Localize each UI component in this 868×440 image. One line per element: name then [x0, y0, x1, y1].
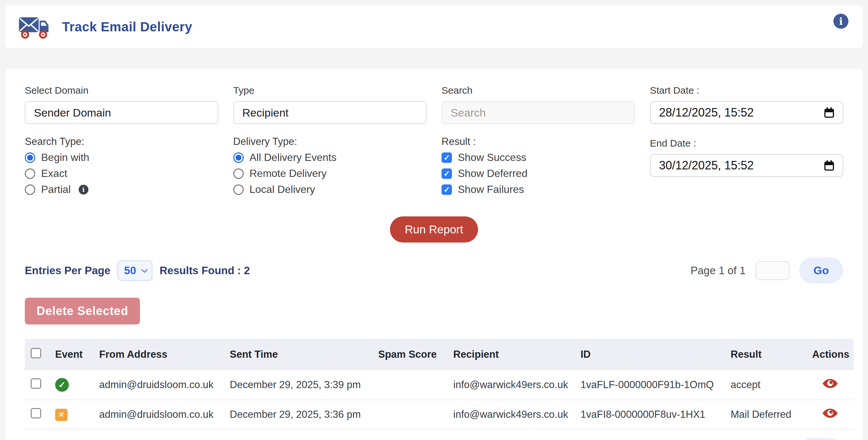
column-header-sent-time: Sent Time [224, 339, 372, 370]
table-header-row: Event From Address Sent Time Spam Score … [25, 339, 854, 370]
cell-id: 1vaFLF-0000000F91b-1OmQ [575, 370, 725, 400]
checkbox-option-show-failures[interactable]: Show Failures [441, 183, 635, 196]
x-square-icon [55, 409, 67, 421]
table-row: admin@druidsloom.co.uk December 29, 2025… [25, 370, 854, 400]
results-found-text: Results Found : 2 [160, 264, 250, 277]
cell-sent-time: December 29, 2025, 3:36 pm [224, 400, 372, 429]
run-report-row: Run Report [25, 216, 843, 242]
column-header-recipient: Recipient [447, 339, 575, 370]
go-button[interactable]: Go [799, 258, 843, 283]
page-title: Track Email Delivery [62, 20, 192, 34]
delete-selected-button[interactable]: Delete Selected [25, 298, 140, 324]
radio-icon [25, 169, 35, 179]
pagination-left: Entries Per Page 50 Results Found : 2 [25, 261, 250, 281]
cell-spam-score [372, 400, 447, 429]
radio-label: Begin with [41, 151, 89, 164]
calendar-icon [824, 108, 834, 118]
chevron-down-icon [141, 266, 148, 273]
checkbox-icon [441, 169, 452, 179]
page-info-text: Page 1 of 1 [690, 264, 746, 277]
mail-truck-icon [18, 13, 52, 40]
row-checkbox[interactable] [31, 378, 41, 389]
table-row: admin@druidsloom.co.uk December 29, 2025… [25, 400, 854, 429]
eye-icon [822, 378, 838, 389]
checkbox-label: Show Deferred [458, 168, 527, 179]
radio-option-local-delivery[interactable]: Local Delivery [233, 183, 427, 196]
cell-spam-score [372, 370, 447, 400]
radio-label: Partial [41, 183, 71, 196]
column-header-actions: Actions [806, 339, 854, 370]
report-panel: Select Domain Search Type: Begin with Ex… [5, 68, 863, 440]
info-icon-glyph: i [839, 16, 842, 27]
column-header-spam-score: Spam Score [372, 339, 447, 370]
end-date-value: 30/12/2025, 15:52 [659, 158, 754, 172]
checkbox-icon [441, 184, 452, 195]
column-header-id: ID [575, 339, 725, 370]
type-label: Type [233, 85, 427, 96]
delivery-type-label: Delivery Type: [233, 136, 427, 148]
cell-recipient: info@warwick49ers.co.uk [447, 400, 575, 429]
cell-recipient: info@warwick49ers.co.uk [447, 370, 575, 400]
checkbox-option-show-deferred[interactable]: Show Deferred [441, 168, 635, 179]
filter-form: Select Domain Search Type: Begin with Ex… [25, 85, 843, 200]
column-header-from-address: From Address [93, 339, 224, 370]
page-number-input[interactable] [755, 261, 789, 280]
start-date-label: Start Date : [650, 85, 843, 96]
partial-info-icon[interactable]: i [79, 185, 88, 195]
end-date-label: End Date : [650, 138, 843, 149]
cell-result: accept [725, 370, 806, 400]
calendar-icon [824, 160, 834, 171]
end-date-input[interactable]: 30/12/2025, 15:52 [650, 154, 843, 177]
radio-icon [25, 152, 35, 163]
radio-option-begin-with[interactable]: Begin with [25, 151, 218, 164]
radio-icon [233, 169, 244, 179]
row-checkbox[interactable] [31, 408, 41, 418]
start-date-input[interactable]: 28/12/2025, 15:52 [650, 101, 843, 124]
radio-label: Local Delivery [250, 183, 315, 196]
checkbox-label: Show Failures [458, 183, 524, 196]
column-header-result: Result [725, 339, 806, 370]
filter-col-type: Type Delivery Type: All Delivery Events … [233, 85, 427, 200]
pagination-right: Page 1 of 1 Go [690, 438, 843, 440]
filter-col-domain: Select Domain Search Type: Begin with Ex… [25, 85, 218, 200]
pagination-right: Page 1 of 1 Go [690, 258, 843, 283]
checkbox-option-show-success[interactable]: Show Success [441, 151, 635, 164]
pagination-bottom: Entries Per Page 50 Results Found : 2 Pa… [25, 438, 843, 440]
radio-option-all-delivery-events[interactable]: All Delivery Events [233, 151, 427, 164]
filter-col-dates: Start Date : 28/12/2025, 15:52 End Date … [650, 85, 843, 200]
go-button[interactable]: Go [799, 438, 843, 440]
delivery-report-table: Event From Address Sent Time Spam Score … [25, 339, 854, 430]
checkbox-icon [441, 152, 452, 163]
cell-id: 1vaFI8-0000000F8uv-1HX1 [575, 400, 725, 429]
entries-per-page-select[interactable]: 50 [118, 261, 152, 281]
radio-icon [233, 184, 244, 195]
cell-sent-time: December 29, 2025, 3:39 pm [224, 370, 372, 400]
result-label: Result : [441, 136, 635, 148]
select-all-checkbox[interactable] [31, 348, 41, 358]
select-domain-input[interactable] [25, 101, 218, 124]
search-label: Search [441, 85, 635, 96]
view-details-button[interactable] [822, 378, 838, 389]
radio-label: Exact [41, 168, 67, 179]
radio-option-remote-delivery[interactable]: Remote Delivery [233, 168, 427, 179]
radio-icon [233, 152, 244, 163]
start-date-value: 28/12/2025, 15:52 [659, 106, 754, 119]
column-header-event: Event [49, 339, 93, 370]
type-input[interactable] [233, 101, 427, 124]
checkbox-label: Show Success [458, 151, 526, 164]
radio-option-partial[interactable]: Partial i [25, 183, 218, 196]
cell-from-address: admin@druidsloom.co.uk [93, 400, 224, 429]
radio-icon [25, 184, 35, 195]
pagination-top: Entries Per Page 50 Results Found : 2 Pa… [25, 258, 843, 283]
run-report-button[interactable]: Run Report [390, 216, 478, 242]
app-header: Track Email Delivery i [5, 5, 863, 48]
select-domain-label: Select Domain [25, 85, 218, 96]
radio-option-exact[interactable]: Exact [25, 168, 218, 179]
header-title-group: Track Email Delivery [18, 13, 192, 40]
radio-label: Remote Delivery [250, 168, 327, 179]
entries-per-page-value: 50 [124, 264, 136, 277]
view-details-button[interactable] [822, 408, 838, 418]
search-input[interactable] [441, 101, 635, 124]
check-circle-icon [55, 378, 69, 392]
info-icon[interactable]: i [833, 14, 848, 29]
